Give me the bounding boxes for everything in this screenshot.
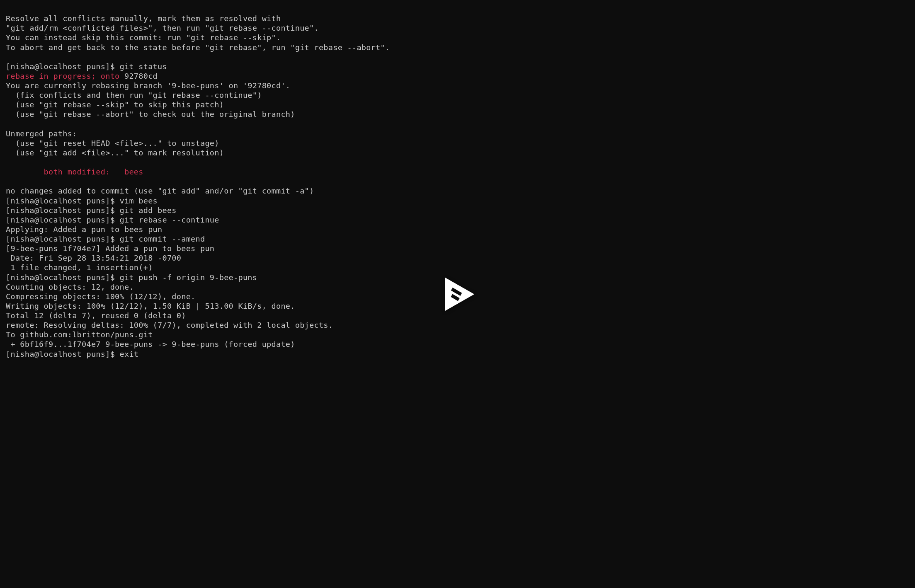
terminal-line: To github.com:lbritton/puns.git [6, 330, 153, 339]
terminal-command: vim bees [120, 196, 158, 205]
terminal-line: Compressing objects: 100% (12/12), done. [6, 292, 196, 301]
terminal-prompt: [nisha@localhost puns]$ [6, 350, 120, 358]
terminal-command: exit [120, 350, 139, 358]
terminal-command: git commit --amend [120, 235, 205, 243]
terminal-line: (use "git rebase --skip" to skip this pa… [6, 100, 224, 109]
terminal-line: Counting objects: 12, done. [6, 283, 134, 291]
terminal-line: 1 file changed, 1 insertion(+) [6, 263, 153, 272]
terminal-line: You are currently rebasing branch '9-bee… [6, 81, 290, 90]
terminal-prompt: [nisha@localhost puns]$ [6, 235, 120, 243]
terminal-line: [9-bee-puns 1f704e7] Added a pun to bees… [6, 244, 214, 253]
terminal-line: Date: Fri Sep 28 13:54:21 2018 -0700 [6, 254, 181, 262]
terminal-prompt: [nisha@localhost puns]$ [6, 215, 120, 224]
terminal-output: Resolve all conflicts manually, mark the… [6, 4, 909, 359]
terminal-line: Applying: Added a pun to bees pun [6, 225, 162, 234]
terminal-line: no changes added to commit (use "git add… [6, 186, 314, 195]
terminal-line: Writing objects: 100% (12/12), 1.50 KiB … [6, 302, 295, 310]
git-unmerged-file: both modified: bees [6, 167, 143, 176]
git-commit-hash: 92780cd [124, 72, 158, 80]
terminal-command: git rebase --continue [120, 215, 219, 224]
terminal-line: Resolve all conflicts manually, mark the… [6, 14, 281, 23]
terminal-line: (fix conflicts and then run "git rebase … [6, 91, 262, 99]
terminal-prompt: [nisha@localhost puns]$ [6, 196, 120, 205]
terminal-line: (use "git reset HEAD <file>..." to unsta… [6, 139, 219, 148]
terminal-line: Total 12 (delta 7), reused 0 (delta 0) [6, 311, 186, 320]
terminal-prompt: [nisha@localhost puns]$ [6, 62, 120, 71]
terminal-line: + 6bf16f9...1f704e7 9-bee-puns -> 9-bee-… [6, 340, 295, 348]
terminal-line: To abort and get back to the state befor… [6, 43, 390, 52]
terminal-line: Unmerged paths: [6, 129, 77, 138]
terminal-line: (use "git add <file>..." to mark resolut… [6, 148, 224, 157]
git-status-rebase-progress: rebase in progress; onto [6, 72, 124, 80]
terminal-command: git push -f origin 9-bee-puns [120, 273, 257, 282]
terminal-command: git add bees [120, 206, 177, 215]
terminal-line: remote: Resolving deltas: 100% (7/7), co… [6, 321, 333, 329]
terminal-line: You can instead skip this commit: run "g… [6, 33, 281, 42]
terminal-prompt: [nisha@localhost puns]$ [6, 273, 120, 282]
terminal-command: git status [120, 62, 167, 71]
terminal-prompt: [nisha@localhost puns]$ [6, 206, 120, 215]
terminal-line: "git add/rm <conflicted_files>", then ru… [6, 24, 319, 32]
terminal-line: (use "git rebase --abort" to check out t… [6, 110, 295, 119]
